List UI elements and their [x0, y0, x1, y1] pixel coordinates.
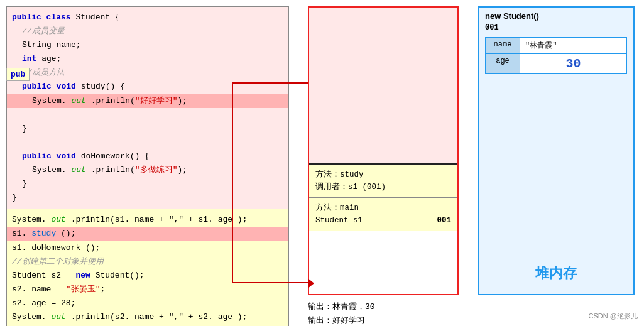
- csdn-watermark: CSDN @绝影儿: [589, 312, 638, 321]
- highlight-study-body: System. out .println("好好学习");: [7, 94, 288, 108]
- main-line7: s2. age = 28;: [12, 298, 75, 308]
- heap-panel: new Student() 001 name "林青霞" age 30 堆内存: [478, 6, 635, 295]
- field-int: int age;: [12, 54, 61, 63]
- method-study-sig: public void study() {: [12, 82, 125, 91]
- stack-top-area: [309, 8, 457, 171]
- main-line2-highlight: s1. study ();: [7, 227, 288, 241]
- heap-row-name: name "林青霞": [486, 38, 626, 54]
- method-homework-sig: public void doHomework() {: [12, 151, 150, 161]
- main-line8: System. out .println(s2. name + "," + s2…: [12, 312, 247, 322]
- pub-overlap-label: pub: [6, 68, 30, 81]
- stack-study-label: 方法：study: [315, 168, 451, 181]
- study-body: System. out .println("好好学习");: [12, 96, 187, 106]
- class-block: public class Student { //成员变量 String nam…: [7, 7, 288, 209]
- stack-study-method: 方法：study 调用者：s1 (001): [309, 165, 457, 198]
- heap-age-value: 30: [520, 54, 626, 73]
- stack-method-box: 方法：study 调用者：s1 (001) 方法：main Student s1…: [309, 163, 457, 231]
- comment-fields: //成员变量: [12, 26, 65, 36]
- main-block: System. out .println(s1. name + "," + s1…: [7, 209, 288, 326]
- heap-addr: 001: [479, 22, 633, 35]
- heap-name-label: name: [486, 38, 520, 53]
- arrow-vertical: [232, 82, 233, 282]
- arrow-to-output: [232, 282, 310, 283]
- heap-age-label: age: [486, 54, 520, 73]
- main-line5: Student s2 = new Student();: [12, 271, 145, 280]
- field-string: String name;: [12, 40, 81, 50]
- stack-study-caller: 调用者：s1 (001): [315, 181, 451, 193]
- heap-name-value: "林青霞": [520, 38, 626, 53]
- heap-object: name "林青霞" age 30: [485, 37, 627, 74]
- main-line4: //创建第二个对象并使用: [12, 257, 104, 266]
- stack-main-method: 方法：main Student s1 001: [309, 198, 457, 231]
- heap-row-age: age 30: [486, 54, 626, 73]
- code-panel: public class Student { //成员变量 String nam…: [6, 6, 289, 326]
- output-line2: 输出：好好学习: [308, 314, 375, 326]
- output-section: 输出：林青霞，30 输出：好好学习: [308, 300, 375, 326]
- homework-body: System. out .println("多做练习");: [12, 165, 187, 175]
- method-homework-close: }: [12, 179, 27, 188]
- class-close1: }: [12, 193, 17, 202]
- class-header: public class Student {: [12, 13, 120, 22]
- arrow-tip: [308, 278, 314, 288]
- stack-main-var: Student s1 001: [315, 214, 451, 227]
- stack-main-label: 方法：main: [315, 202, 451, 214]
- heap-title: new Student(): [479, 8, 633, 22]
- output-line1: 输出：林青霞，30: [308, 300, 375, 314]
- arrow-horizontal: [232, 82, 308, 84]
- method-study-close: }: [12, 124, 27, 133]
- main-line3: s1. doHomework ();: [12, 243, 100, 253]
- heap-label: 堆内存: [479, 259, 633, 288]
- main-line6: s2. name = "张晏玉";: [12, 285, 105, 294]
- stack-panel: 方法：study 调用者：s1 (001) 方法：main Student s1…: [308, 6, 459, 295]
- main-line1: System. out .println(s1. name + "," + s1…: [12, 215, 247, 224]
